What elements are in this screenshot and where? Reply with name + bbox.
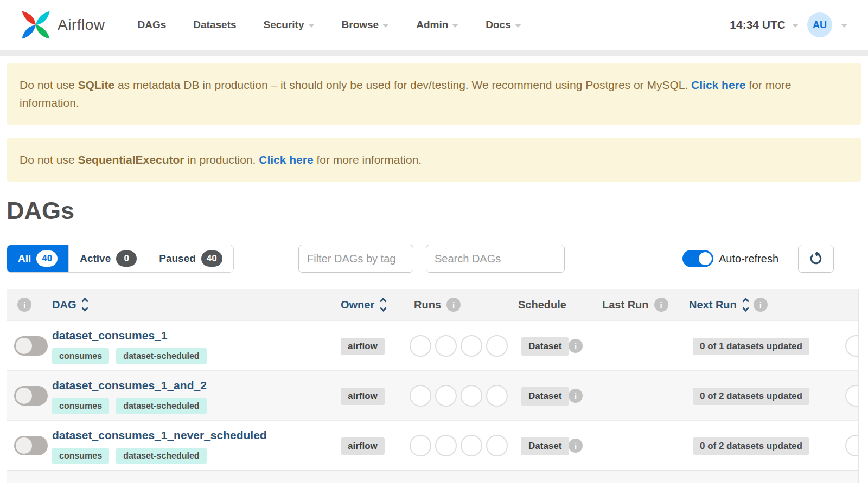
run-status-circle[interactable] bbox=[410, 435, 431, 456]
run-status-circle[interactable] bbox=[486, 335, 508, 357]
nav-item-docs[interactable]: Docs bbox=[486, 19, 521, 31]
clock-dropdown[interactable]: 14:34 UTC bbox=[730, 18, 799, 31]
owner-badge[interactable]: airflow bbox=[341, 437, 385, 455]
run-status-circle[interactable] bbox=[486, 435, 508, 456]
caret-down-icon bbox=[515, 24, 521, 28]
click-here-link[interactable]: Click here bbox=[691, 79, 745, 91]
active-count-badge: 0 bbox=[116, 250, 137, 267]
user-avatar[interactable]: AU bbox=[807, 12, 832, 37]
owner-badge[interactable]: airflow bbox=[341, 388, 385, 405]
sort-icon bbox=[743, 299, 748, 311]
toggle-knob bbox=[16, 338, 32, 354]
alert-text: Do not use bbox=[20, 153, 78, 166]
caret-down-icon bbox=[382, 24, 389, 28]
info-icon: i bbox=[446, 298, 461, 312]
table-row: dataset_consumes_1 consumes dataset-sche… bbox=[7, 320, 858, 370]
run-status-circle[interactable] bbox=[486, 385, 508, 407]
main-nav: DAGs Datasets Security Browse Admin Docs bbox=[138, 19, 521, 31]
table-row: dataset_consumes_1_and_2 consumes datase… bbox=[7, 370, 858, 420]
nav-item-admin[interactable]: Admin bbox=[416, 19, 458, 31]
info-icon: i bbox=[17, 298, 31, 312]
airflow-dags-page: Airflow DAGs Datasets Security Browse Ad… bbox=[0, 0, 868, 489]
header-info: i bbox=[17, 289, 31, 320]
dag-tags: consumes dataset-scheduled bbox=[52, 348, 207, 364]
table-header-row: i DAG Owner Runs i Schedule Last Run i bbox=[7, 289, 858, 320]
tag-badge[interactable]: dataset-scheduled bbox=[116, 348, 206, 364]
tag-badge[interactable]: consumes bbox=[52, 348, 109, 364]
info-icon: i bbox=[569, 439, 583, 453]
tab-paused[interactable]: Paused 40 bbox=[148, 245, 233, 272]
run-status-circle[interactable] bbox=[435, 385, 457, 407]
page-title: DAGs bbox=[7, 197, 868, 225]
run-status-circle[interactable] bbox=[410, 335, 431, 357]
column-header-dag[interactable]: DAG bbox=[52, 289, 87, 320]
refresh-button[interactable] bbox=[798, 244, 834, 273]
brand-name: Airflow bbox=[58, 16, 105, 34]
sort-icon bbox=[381, 299, 386, 311]
next-run-badge: 0 of 1 datasets updated bbox=[693, 338, 809, 355]
run-status-circle[interactable] bbox=[435, 335, 457, 357]
nav-item-dags[interactable]: DAGs bbox=[138, 19, 167, 31]
tab-all[interactable]: All 40 bbox=[7, 245, 69, 272]
alert-strong: SequentialExecutor bbox=[78, 153, 184, 166]
next-run-badge: 0 of 2 datasets updated bbox=[693, 437, 809, 455]
toggle-knob bbox=[16, 437, 32, 454]
tag-badge[interactable]: consumes bbox=[52, 398, 109, 414]
refresh-icon bbox=[808, 251, 824, 266]
run-status-circle[interactable] bbox=[410, 385, 431, 407]
info-icon: i bbox=[569, 389, 583, 403]
dag-link[interactable]: dataset_consumes_1 bbox=[52, 329, 167, 342]
caret-down-icon bbox=[841, 24, 847, 28]
dag-runs-status bbox=[410, 385, 508, 407]
warning-banner-sequential-executor: Do not use SequentialExecutor in product… bbox=[7, 138, 861, 182]
info-icon: i bbox=[754, 298, 768, 312]
auto-refresh-control: Auto-refresh bbox=[682, 250, 778, 267]
filter-toolbar: All 40 Active 0 Paused 40 Auto-refresh bbox=[7, 244, 861, 273]
alert-text: in production. bbox=[184, 153, 259, 166]
dags-table: i DAG Owner Runs i Schedule Last Run i bbox=[7, 289, 859, 483]
run-status-circle[interactable] bbox=[461, 335, 482, 357]
dag-tags: consumes dataset-scheduled bbox=[52, 448, 207, 464]
search-input[interactable] bbox=[426, 244, 565, 273]
caret-down-icon bbox=[308, 24, 315, 28]
nav-item-browse[interactable]: Browse bbox=[342, 19, 390, 31]
nav-item-datasets[interactable]: Datasets bbox=[193, 19, 236, 31]
click-here-link[interactable]: Click here bbox=[259, 153, 313, 166]
dag-link[interactable]: dataset_consumes_1_never_scheduled bbox=[52, 429, 267, 442]
tag-filter-input[interactable] bbox=[298, 244, 413, 273]
column-header-owner[interactable]: Owner bbox=[341, 289, 386, 320]
dag-pause-toggle[interactable] bbox=[14, 386, 48, 406]
warning-banner-sqlite: Do not use SQLite as metadata DB in prod… bbox=[7, 63, 861, 125]
run-status-circle[interactable] bbox=[461, 385, 482, 407]
paused-count-badge: 40 bbox=[201, 250, 222, 267]
tag-badge[interactable]: dataset-scheduled bbox=[116, 448, 206, 464]
auto-refresh-toggle[interactable] bbox=[682, 250, 713, 267]
alert-text: Do not use bbox=[20, 79, 78, 91]
tag-badge[interactable]: consumes bbox=[52, 448, 109, 464]
task-status-circle[interactable] bbox=[845, 435, 859, 456]
sort-icon bbox=[82, 299, 87, 311]
airflow-logo[interactable]: Airflow bbox=[18, 8, 105, 42]
next-run-badge: 0 of 2 datasets updated bbox=[693, 388, 809, 405]
dag-status-tabs: All 40 Active 0 Paused 40 bbox=[7, 244, 234, 273]
nav-item-security[interactable]: Security bbox=[264, 19, 315, 31]
toggle-knob bbox=[697, 250, 713, 267]
dag-pause-toggle[interactable] bbox=[14, 436, 48, 455]
tag-badge[interactable]: dataset-scheduled bbox=[116, 398, 206, 414]
task-status-circle[interactable] bbox=[845, 335, 859, 357]
schedule-badge: Dataset bbox=[521, 337, 569, 356]
owner-badge[interactable]: airflow bbox=[341, 338, 385, 355]
alert-text: as metadata DB in production – it should… bbox=[114, 79, 691, 91]
dag-runs-status bbox=[410, 435, 508, 456]
airflow-pinwheel-icon bbox=[18, 8, 53, 42]
dag-link[interactable]: dataset_consumes_1_and_2 bbox=[52, 379, 207, 392]
task-status-circle[interactable] bbox=[845, 385, 859, 407]
info-icon: i bbox=[569, 339, 583, 353]
dag-pause-toggle[interactable] bbox=[14, 336, 48, 356]
tab-active[interactable]: Active 0 bbox=[69, 245, 148, 272]
run-status-circle[interactable] bbox=[435, 435, 457, 456]
column-header-next-run[interactable]: Next Run i bbox=[689, 289, 768, 320]
toggle-knob bbox=[16, 388, 32, 404]
table-row-partial bbox=[7, 470, 858, 483]
run-status-circle[interactable] bbox=[461, 435, 482, 456]
